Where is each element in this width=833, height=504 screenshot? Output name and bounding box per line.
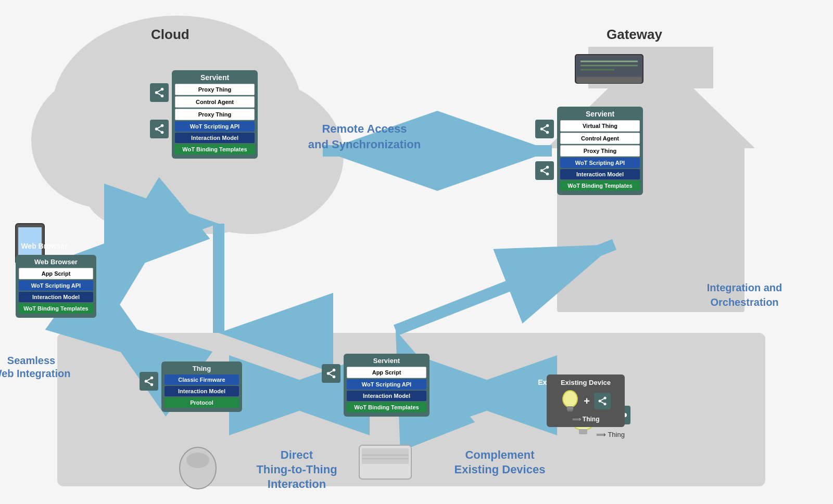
integration-label: Integration and bbox=[707, 282, 782, 293]
cloud-layer-interaction: Interaction Model bbox=[175, 133, 255, 143]
svg-line-56 bbox=[158, 130, 161, 132]
gateway-layer-control: Control Agent bbox=[560, 133, 640, 144]
cloud-layer-proxy2: Proxy Thing bbox=[175, 109, 255, 120]
svg-point-59 bbox=[546, 131, 549, 134]
svg-line-66 bbox=[543, 171, 546, 173]
svg-rect-46 bbox=[577, 77, 641, 83]
integration-label2: Orchestration bbox=[710, 296, 778, 308]
lightbulb-icon bbox=[561, 390, 579, 412]
svg-point-81 bbox=[603, 397, 606, 399]
svg-line-83 bbox=[601, 398, 604, 400]
svg-point-4 bbox=[83, 146, 187, 229]
bottom-servient-share-icon bbox=[322, 364, 340, 383]
svg-rect-41 bbox=[575, 55, 643, 83]
svg-point-77 bbox=[563, 391, 577, 407]
existing-share-icon bbox=[597, 396, 608, 406]
svg-line-60 bbox=[543, 126, 546, 128]
cloud-layer-proxy1: Proxy Thing bbox=[175, 84, 255, 95]
svg-point-5 bbox=[146, 161, 271, 234]
svg-rect-28 bbox=[362, 448, 409, 464]
gateway-servient: Servient Virtual Thing Control Agent Pro… bbox=[557, 107, 643, 195]
svg-rect-32 bbox=[579, 429, 587, 434]
svg-point-48 bbox=[161, 88, 164, 91]
svg-point-54 bbox=[161, 131, 164, 134]
gateway-share-icon-2 bbox=[535, 161, 554, 180]
cloud-share-icon-1 bbox=[150, 83, 169, 102]
svg-point-68 bbox=[150, 377, 154, 380]
svg-point-73 bbox=[333, 369, 336, 372]
gateway-servient-title: Servient bbox=[560, 110, 640, 118]
svg-point-52 bbox=[155, 127, 158, 131]
cloud-layer-scripting: WoT Scripting API bbox=[175, 121, 255, 132]
svg-line-55 bbox=[158, 126, 161, 128]
wb-layer-scripting: WoT Scripting API bbox=[19, 280, 93, 291]
svg-line-51 bbox=[158, 93, 161, 95]
cloud-servient: Servient Proxy Thing Control Agent Proxy… bbox=[172, 70, 258, 159]
cloud-layer-control: Control Agent bbox=[175, 96, 255, 108]
svg-point-57 bbox=[540, 127, 544, 131]
svg-line-21 bbox=[396, 244, 614, 330]
web-browser-title: Web Browser bbox=[19, 258, 93, 266]
svg-point-62 bbox=[540, 169, 544, 172]
svg-line-76 bbox=[330, 374, 333, 376]
remote-access-label: Remote Access bbox=[322, 122, 407, 135]
svg-point-82 bbox=[603, 403, 606, 405]
thing-share-icon bbox=[140, 372, 158, 391]
svg-rect-9 bbox=[588, 47, 713, 88]
remote-access-label2: and Synchronization bbox=[308, 138, 421, 151]
svg-point-49 bbox=[161, 95, 164, 98]
gateway-layer-binding: WoT Binding Templates bbox=[560, 180, 640, 191]
gateway-share-icon-1 bbox=[535, 120, 554, 138]
svg-line-50 bbox=[158, 90, 161, 92]
svg-point-47 bbox=[155, 91, 158, 94]
svg-line-70 bbox=[147, 379, 150, 381]
gateway-layer-interaction: Interaction Model bbox=[560, 169, 640, 179]
diagram-svg: Cloud Gateway Remote Access and Synchron… bbox=[0, 0, 833, 504]
svg-line-75 bbox=[330, 371, 333, 373]
cloud-share-icon-2 bbox=[150, 120, 169, 138]
svg-point-80 bbox=[598, 400, 601, 403]
bottom-servient: Servient App Script WoT Scripting API In… bbox=[344, 354, 430, 417]
svg-rect-79 bbox=[567, 409, 573, 411]
wb-layer-interaction: Interaction Model bbox=[19, 292, 93, 302]
gateway-layer-scripting: WoT Scripting API bbox=[560, 158, 640, 168]
wb-layer-appscript: App Script bbox=[19, 268, 93, 279]
web-browser-servient: Web Browser App Script WoT Scripting API… bbox=[16, 255, 96, 318]
thing-layer-interaction: Interaction Model bbox=[165, 386, 239, 396]
svg-line-61 bbox=[543, 130, 546, 132]
wb-layer-binding: WoT Binding Templates bbox=[19, 303, 93, 314]
svg-text:⟹ Thing: ⟹ Thing bbox=[596, 431, 625, 438]
gateway-label: Gateway bbox=[607, 27, 662, 42]
direct-label2: Thing-to-Thing bbox=[256, 463, 337, 476]
svg-rect-42 bbox=[577, 56, 641, 76]
svg-point-74 bbox=[333, 376, 336, 379]
bottom-servient-title: Servient bbox=[347, 357, 426, 365]
svg-point-53 bbox=[161, 124, 164, 127]
cloud-label: Cloud bbox=[151, 27, 190, 42]
svg-point-67 bbox=[145, 380, 148, 383]
gateway-layer-proxy: Proxy Thing bbox=[560, 145, 640, 157]
svg-point-25 bbox=[180, 447, 216, 489]
bs-layer-scripting: WoT Scripting API bbox=[347, 379, 426, 390]
svg-line-65 bbox=[543, 168, 546, 170]
cloud-servient-title: Servient bbox=[175, 73, 255, 82]
svg-point-58 bbox=[546, 124, 549, 127]
diagram-container: Cloud Gateway Remote Access and Synchron… bbox=[0, 0, 833, 504]
existing-device-title: Existing Device bbox=[551, 379, 621, 386]
existing-device-box: Existing Device + ⟹ Thing bbox=[547, 374, 625, 427]
svg-point-72 bbox=[327, 372, 330, 375]
direct-label3: Interaction bbox=[268, 477, 326, 490]
complement-label: Complement bbox=[465, 448, 535, 461]
bs-layer-interaction: Interaction Model bbox=[347, 391, 426, 401]
svg-line-84 bbox=[601, 402, 604, 403]
complement-label2: Existing Devices bbox=[455, 463, 546, 476]
svg-rect-23 bbox=[18, 227, 42, 259]
svg-line-17 bbox=[96, 218, 172, 281]
seamless-label2: Web Integration bbox=[0, 368, 70, 379]
direct-label: Direct bbox=[281, 448, 313, 461]
thing-layer-firmware: Classic Firmware bbox=[165, 374, 239, 385]
cloud-layer-binding: WoT Binding Templates bbox=[175, 144, 255, 154]
svg-point-26 bbox=[186, 453, 209, 468]
thing-title: Thing bbox=[165, 365, 239, 372]
svg-rect-27 bbox=[359, 445, 411, 479]
